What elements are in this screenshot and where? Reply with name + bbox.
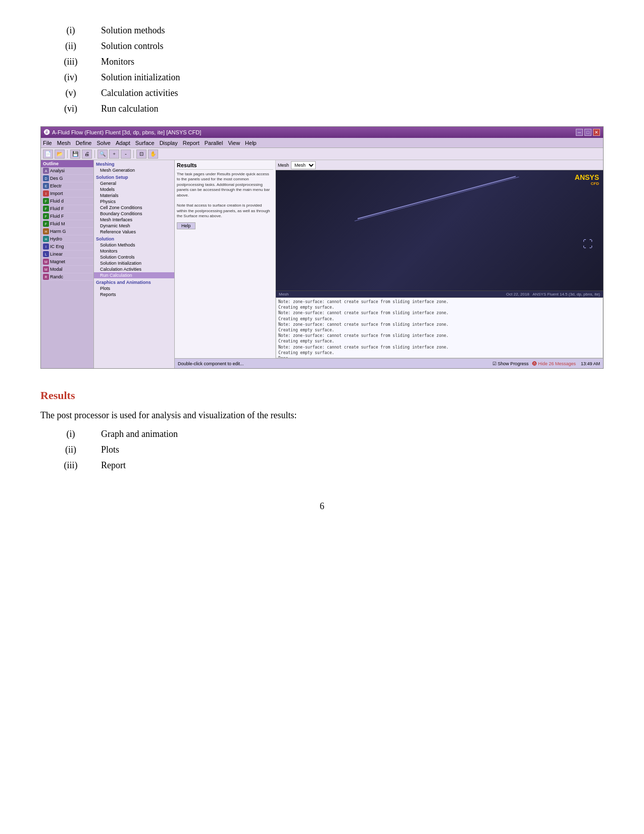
- show-progress[interactable]: ☑ Show Progress: [492, 361, 529, 366]
- item-cell-zone[interactable]: Cell Zone Conditions: [94, 205, 174, 211]
- sidebar-icon-harm: H: [43, 228, 49, 234]
- ansys-sub: CFD: [575, 181, 599, 186]
- toolbar-open[interactable]: 📂: [55, 150, 65, 159]
- label-4: Solution initialization: [101, 72, 180, 83]
- results-label-3: Report: [101, 460, 126, 471]
- menu-define[interactable]: Define: [76, 140, 92, 146]
- roman-6: (vi): [40, 104, 101, 114]
- item-calc-activities[interactable]: Calculation Activities: [94, 266, 174, 272]
- toolbar-pan[interactable]: ✋: [148, 150, 158, 159]
- list-item-2: (ii) Solution controls: [40, 41, 604, 52]
- sidebar-item-fluid3[interactable]: F Fluid F: [41, 213, 93, 220]
- menu-solve[interactable]: Solve: [96, 140, 111, 146]
- results-list: (i) Graph and animation (ii) Plots (iii)…: [40, 429, 604, 471]
- list-item-3: (iii) Monitors: [40, 57, 604, 67]
- sidebar-icon-des: D: [43, 175, 49, 181]
- item-mesh-interfaces[interactable]: Mesh Interfaces: [94, 217, 174, 223]
- section-solution-header[interactable]: Solution: [94, 236, 174, 242]
- section-solution-setup-header[interactable]: Solution Setup: [94, 174, 174, 180]
- console-line-1: Note: zone-surface: cannot create surfac…: [278, 299, 601, 305]
- section-graphics-header[interactable]: Graphics and Animations: [94, 279, 174, 285]
- ansys-logo: ANSYS CFD: [575, 173, 599, 186]
- status-left: Double-click component to edit...: [178, 361, 244, 366]
- label-2: Solution controls: [101, 41, 164, 52]
- console-line-2: Creating empty surface.: [278, 305, 601, 310]
- sidebar-item-fluid4[interactable]: F Fluid M: [41, 220, 93, 228]
- item-dynamic-mesh[interactable]: Dynamic Mesh: [94, 223, 174, 229]
- middle-panel: Meshing Mesh Generation Solution Setup G…: [94, 160, 175, 368]
- hide-messages[interactable]: 🅐 Hide 26 Messages: [532, 361, 576, 366]
- toolbar-zoom-in[interactable]: +: [109, 150, 119, 159]
- item-solution-init[interactable]: Solution Initialization: [94, 260, 174, 266]
- sidebar-item-hydro[interactable]: H Hydro: [41, 235, 93, 243]
- item-solution-methods[interactable]: Solution Methods: [94, 242, 174, 248]
- item-mesh-gen[interactable]: Mesh Generation: [94, 167, 174, 173]
- toolbar-new[interactable]: 📄: [43, 150, 53, 159]
- results-label-1: Graph and animation: [101, 429, 178, 439]
- sidebar: Outline A Analysi D Des G E Electr I Imp…: [41, 160, 94, 368]
- sidebar-item-des[interactable]: D Des G: [41, 175, 93, 182]
- label-6: Run calculation: [101, 104, 158, 114]
- maximize-button[interactable]: □: [584, 129, 591, 136]
- menu-file[interactable]: File: [43, 140, 52, 146]
- sidebar-icon-linear: L: [43, 251, 49, 257]
- console-line-4: Creating empty surface.: [278, 316, 601, 322]
- help-button[interactable]: Help: [177, 222, 195, 229]
- toolbar-zoom-out[interactable]: -: [121, 150, 131, 159]
- user-icon: ⛶: [583, 238, 593, 250]
- menu-bar: File Mesh Define Solve Adapt Surface Dis…: [41, 138, 603, 148]
- results-label-2: Plots: [101, 445, 119, 455]
- window-controls[interactable]: ─ □ ✕: [576, 129, 600, 136]
- menu-view[interactable]: View: [228, 140, 240, 146]
- item-plots[interactable]: Plots: [94, 285, 174, 291]
- sidebar-item-linear[interactable]: L Linear: [41, 251, 93, 258]
- item-run-calc[interactable]: Run Calculation: [94, 272, 174, 278]
- sidebar-item-electr[interactable]: E Electr: [41, 182, 93, 190]
- item-materials[interactable]: Materials: [94, 192, 174, 199]
- sidebar-item-fluid2[interactable]: F Fluid F: [41, 205, 93, 213]
- sidebar-item-ic[interactable]: I IC Eng: [41, 243, 93, 251]
- sidebar-icon-fluid1: F: [43, 198, 49, 204]
- sidebar-icon-hydro: H: [43, 236, 49, 242]
- status-bar: Double-click component to edit... ☑ Show…: [175, 358, 603, 368]
- menu-report[interactable]: Report: [183, 140, 200, 146]
- roman-5: (v): [40, 88, 101, 99]
- sidebar-item-modal[interactable]: M Modal: [41, 266, 93, 273]
- sidebar-item-import[interactable]: I Import: [41, 190, 93, 198]
- sidebar-item-harm[interactable]: H Harm G: [41, 228, 93, 235]
- item-reports[interactable]: Reports: [94, 291, 174, 298]
- menu-parallel[interactable]: Parallel: [205, 140, 223, 146]
- viewport-footer: Mesh Oct 22, 2018 ANSYS Fluent 14.5 (3d,…: [276, 290, 603, 298]
- item-reference-values[interactable]: Reference Values: [94, 229, 174, 235]
- sidebar-icon-electr: E: [43, 183, 49, 189]
- item-general[interactable]: General: [94, 180, 174, 186]
- sidebar-icon-fluid4: F: [43, 221, 49, 227]
- item-boundary[interactable]: Boundary Conditions: [94, 211, 174, 217]
- item-models[interactable]: Models: [94, 186, 174, 192]
- sidebar-header: Outline: [41, 160, 93, 167]
- item-monitors[interactable]: Monitors: [94, 248, 174, 254]
- close-button[interactable]: ✕: [593, 129, 600, 136]
- menu-help[interactable]: Help: [245, 140, 257, 146]
- results-description: The post processor is used for analysis …: [40, 410, 604, 421]
- toolbar-fit[interactable]: ⊡: [136, 150, 146, 159]
- sidebar-item-rando[interactable]: R Randc: [41, 273, 93, 281]
- sidebar-item-magnet[interactable]: M Magnet: [41, 258, 93, 266]
- toolbar-save[interactable]: 💾: [70, 150, 80, 159]
- section-meshing-header[interactable]: Meshing: [94, 161, 174, 167]
- item-solution-controls[interactable]: Solution Controls: [94, 254, 174, 260]
- item-physics[interactable]: Physics: [94, 199, 174, 205]
- minimize-button[interactable]: ─: [576, 129, 583, 136]
- menu-mesh[interactable]: Mesh: [57, 140, 71, 146]
- menu-adapt[interactable]: Adapt: [116, 140, 130, 146]
- label-1: Solution methods: [101, 25, 165, 36]
- menu-surface[interactable]: Surface: [135, 140, 155, 146]
- main-content-area: Results The task pages under Results pro…: [175, 160, 603, 358]
- menu-display[interactable]: Display: [160, 140, 178, 146]
- sidebar-item-analysis[interactable]: A Analysi: [41, 167, 93, 175]
- toolbar-print[interactable]: 🖨: [82, 150, 92, 159]
- viewport-label: Mesh: [278, 163, 289, 168]
- sidebar-item-fluid1[interactable]: F Fluid d: [41, 198, 93, 205]
- toolbar-zoom[interactable]: 🔍: [97, 150, 108, 159]
- viewport-select[interactable]: Mesh: [291, 161, 316, 169]
